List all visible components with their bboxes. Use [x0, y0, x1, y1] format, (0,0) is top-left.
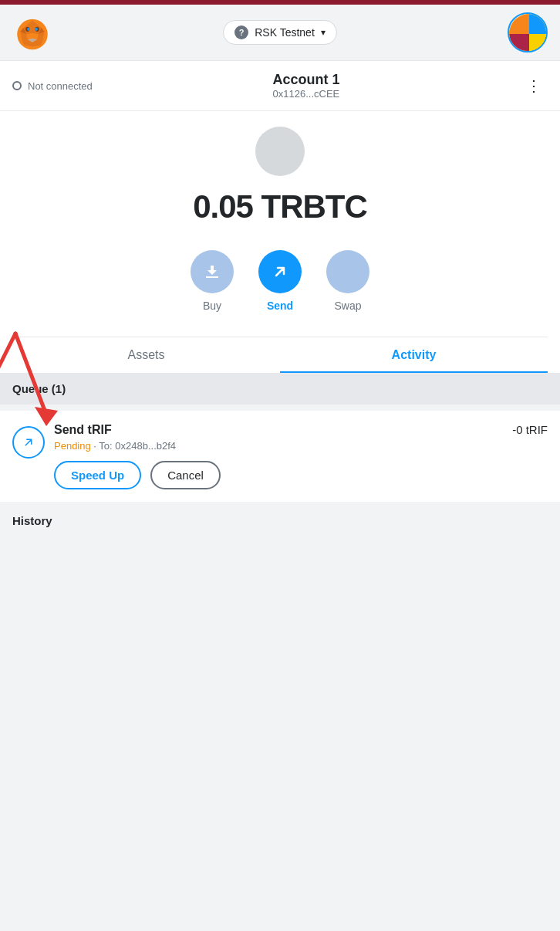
tx-actions: Speed Up Cancel: [54, 461, 548, 489]
tx-details: Send tRIF Pending · To: 0x248b...b2f4 Sp…: [54, 423, 548, 489]
tx-to-label: To: 0x248b...b2f4: [99, 440, 176, 452]
header: ? RSK Testnet ▾: [0, 5, 560, 60]
queue-label: Queue (1): [12, 382, 66, 395]
metamask-logo: [12, 12, 52, 52]
tx-title: Send tRIF: [54, 423, 548, 437]
network-name: RSK Testnet: [255, 26, 315, 39]
send-icon: [271, 262, 289, 281]
tx-amount: -0 tRIF: [512, 423, 548, 436]
account-menu-button[interactable]: ⋮: [520, 73, 548, 98]
tx-icon: [12, 426, 45, 459]
network-help-icon: ?: [234, 25, 248, 39]
main-content: 0.05 TRBTC Buy Send: [0, 111, 560, 373]
svg-point-3: [27, 28, 29, 31]
buy-button[interactable]: [191, 250, 234, 293]
balance-display: 0.05 TRBTC: [193, 188, 367, 225]
account-name: Account 1: [272, 72, 339, 88]
avatar-pie-chart: [509, 14, 548, 52]
connection-status-label: Not connected: [28, 80, 93, 92]
connection-status: Not connected: [12, 80, 93, 92]
activity-section: Queue (1) Send tRIF Pending · To: 0x248b…: [0, 373, 560, 533]
svg-point-4: [35, 28, 38, 31]
send-label: Send: [267, 300, 293, 312]
history-section: History: [0, 502, 560, 533]
account-address: 0x1126...cCEE: [272, 88, 339, 100]
chevron-down-icon: ▾: [321, 27, 326, 38]
tx-status-row: Pending · To: 0x248b...b2f4: [54, 440, 548, 452]
swap-icon: [339, 262, 357, 281]
account-info: Account 1 0x1126...cCEE: [272, 72, 339, 100]
send-button[interactable]: [258, 250, 302, 293]
tab-assets[interactable]: Assets: [12, 337, 280, 373]
swap-action: Swap: [326, 250, 369, 312]
tx-send-icon: [22, 435, 35, 449]
tabs: Assets Activity: [12, 337, 548, 373]
send-action: Send: [258, 250, 302, 312]
svg-rect-6: [206, 276, 218, 278]
history-label: History: [12, 508, 548, 533]
buy-action: Buy: [191, 250, 234, 312]
transaction-item: Send tRIF Pending · To: 0x248b...b2f4 Sp…: [0, 411, 560, 502]
cancel-button[interactable]: Cancel: [150, 461, 221, 489]
connection-dot-icon: [12, 81, 22, 90]
account-avatar-large: [255, 127, 305, 176]
speed-up-button[interactable]: Speed Up: [54, 461, 141, 489]
tx-pending-label: Pending: [54, 440, 91, 452]
swap-button[interactable]: [326, 250, 369, 293]
account-bar: Not connected Account 1 0x1126...cCEE ⋮: [0, 60, 560, 111]
buy-label: Buy: [203, 300, 221, 312]
action-buttons: Buy Send Swap: [191, 250, 369, 312]
download-icon: [203, 262, 221, 281]
account-avatar[interactable]: [508, 12, 548, 52]
queue-header: Queue (1): [0, 373, 560, 405]
network-selector[interactable]: ? RSK Testnet ▾: [223, 20, 337, 45]
swap-label: Swap: [334, 300, 361, 312]
tab-activity[interactable]: Activity: [280, 337, 548, 373]
